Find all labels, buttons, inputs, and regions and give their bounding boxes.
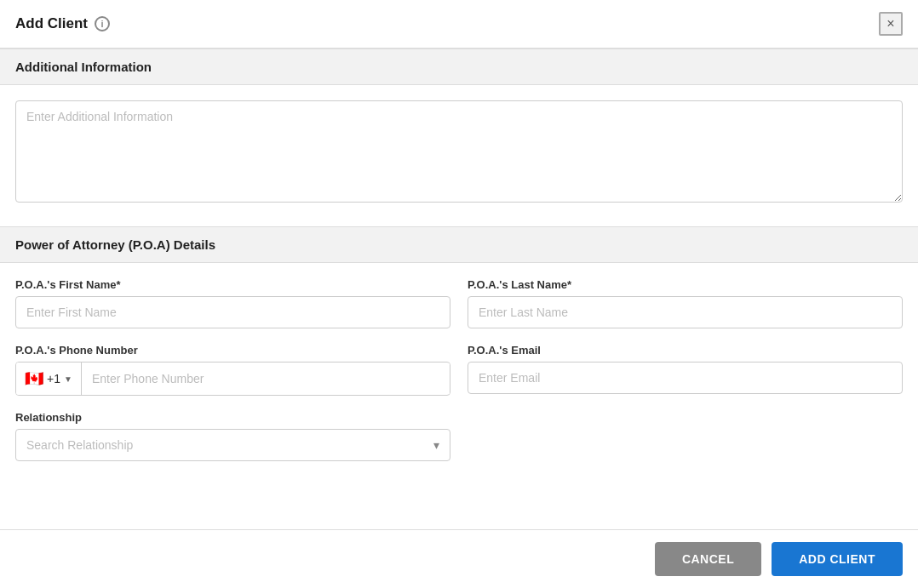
relationship-label: Relationship (15, 411, 450, 424)
phone-country-select[interactable]: 🇨🇦 +1 ▼ (16, 363, 82, 395)
relationship-placeholder: Search Relationship (26, 438, 133, 452)
last-name-input[interactable] (468, 296, 903, 328)
poa-section-body: P.O.A.'s First Name* P.O.A.'s Last Name*… (0, 263, 918, 482)
add-client-button[interactable]: ADD CLIENT (772, 542, 903, 576)
modal-content: Additional Information Power of Attorney… (0, 49, 918, 529)
last-name-label: P.O.A.'s Last Name* (468, 278, 903, 291)
modal-title-row: Add Client i (15, 15, 110, 32)
first-name-input[interactable] (15, 296, 450, 328)
phone-number-input[interactable] (82, 363, 450, 394)
poa-form-grid: P.O.A.'s First Name* P.O.A.'s Last Name*… (15, 278, 903, 461)
email-label: P.O.A.'s Email (468, 344, 903, 357)
relationship-group: Relationship Search Relationship ▾ (15, 411, 450, 461)
relationship-dropdown[interactable]: Search Relationship ▾ (15, 429, 450, 461)
phone-chevron-icon: ▼ (64, 374, 72, 384)
phone-input-row: 🇨🇦 +1 ▼ (15, 362, 450, 396)
additional-info-section-body (0, 85, 918, 226)
info-icon[interactable]: i (95, 16, 110, 31)
first-name-label: P.O.A.'s First Name* (15, 278, 450, 291)
canada-flag-icon: 🇨🇦 (25, 371, 43, 386)
relationship-chevron-icon: ▾ (433, 438, 439, 452)
phone-group: P.O.A.'s Phone Number 🇨🇦 +1 ▼ (15, 344, 450, 396)
email-group: P.O.A.'s Email (468, 344, 903, 396)
first-name-group: P.O.A.'s First Name* (15, 278, 450, 328)
modal-footer: CANCEL ADD CLIENT (0, 529, 918, 588)
add-client-modal: Add Client i × Additional Information Po… (0, 0, 918, 588)
close-button[interactable]: × (879, 12, 903, 36)
additional-info-textarea[interactable] (15, 100, 903, 203)
poa-section-header: Power of Attorney (P.O.A) Details (0, 226, 918, 263)
modal-header: Add Client i × (0, 0, 918, 49)
phone-label: P.O.A.'s Phone Number (15, 344, 450, 357)
additional-info-section-header: Additional Information (0, 49, 918, 85)
last-name-group: P.O.A.'s Last Name* (468, 278, 903, 328)
modal-title: Add Client (15, 15, 88, 32)
phone-country-code: +1 (47, 372, 60, 385)
email-input[interactable] (468, 362, 903, 394)
cancel-button[interactable]: CANCEL (655, 542, 761, 576)
